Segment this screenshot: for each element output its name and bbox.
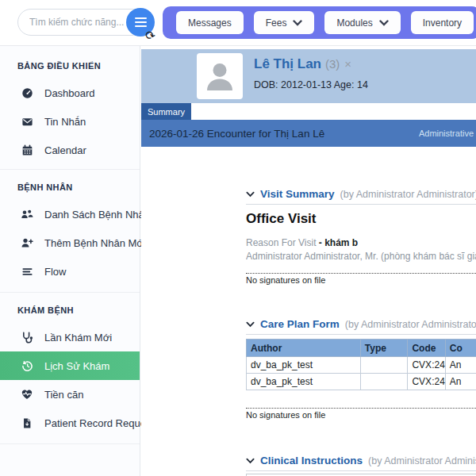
clinical-instructions-byline: (by Administrator Administrator) — [368, 455, 476, 466]
nav-messages-button[interactable]: Messages — [176, 11, 244, 34]
patient-count: (3) — [325, 57, 340, 71]
tab-summary[interactable]: Summary — [141, 103, 191, 120]
encounter-report: Visit Summary (by Administrator Administ… — [141, 147, 476, 476]
table-row: dv_ba_pk_test CVX:24 An — [247, 357, 476, 374]
sidebar-item-label: Thêm Bệnh Nhân Mới — [44, 237, 146, 249]
tab-bar: Summary — [141, 103, 476, 120]
sidebar-item-add-patient[interactable]: Thêm Bệnh Nhân Mới — [0, 228, 140, 257]
sidebar-item-label: Lần Khám Mới — [44, 332, 112, 344]
sidebar-item-label: Danh Sách Bệnh Nhân — [44, 209, 150, 221]
cell-code: CVX:24 — [408, 357, 445, 374]
users-icon — [21, 208, 33, 221]
encounter-category-label: Administrative — [419, 129, 474, 138]
nav-modules-button[interactable]: Modules — [324, 11, 400, 34]
nav-messages-label: Messages — [188, 17, 232, 29]
signature-note: No signatures on file — [246, 275, 476, 285]
chevron-down-icon[interactable] — [246, 191, 255, 198]
patient-name[interactable]: Lê Thị Lan — [254, 56, 321, 71]
cell-co: An — [445, 357, 476, 374]
envelope-icon — [21, 115, 33, 128]
top-bar: ⟳ Messages Fees Modules Inventory Proced… — [0, 0, 476, 46]
sidebar-divider — [0, 443, 140, 444]
col-type-header: Type — [360, 340, 408, 357]
sidebar-section-dashboard: BẢNG ĐIỀU KHIỂN Dashboard Tin Nhắn Calen… — [0, 45, 140, 170]
table-row: dv_ba_pk_test CVX:24 An — [247, 374, 476, 390]
main-nav-bar: Messages Fees Modules Inventory Procedur… — [163, 6, 476, 39]
caret-down-icon — [379, 20, 389, 26]
patient-avatar — [197, 53, 243, 99]
sidebar-item-visit-history[interactable]: Lịch Sử Khám — [0, 351, 140, 380]
sidebar-item-history-medical[interactable]: Tiền căn — [0, 380, 140, 409]
sidebar-section-header: BỆNH NHÂN — [0, 182, 140, 193]
hamburger-icon — [135, 17, 147, 19]
reason-label: Reason For Visit — [246, 237, 316, 248]
sidebar-item-label: Calendar — [44, 144, 86, 156]
nav-inventory-label: Inventory — [423, 17, 462, 29]
sidebar: BẢNG ĐIỀU KHIỂN Dashboard Tin Nhắn Calen… — [0, 45, 140, 476]
clinical-instructions-header: Clinical Instructions (by Administrator … — [246, 455, 476, 471]
sidebar-item-patient-list[interactable]: Danh Sách Bệnh Nhân — [0, 200, 140, 228]
care-plan-title[interactable]: Care Plan Form — [260, 318, 340, 330]
cell-author: dv_ba_pk_test — [247, 374, 361, 390]
cell-type — [360, 374, 408, 390]
encounter-bar: 2026-01-26 Encounter for Thị Lan Lê Admi… — [141, 120, 476, 147]
patient-header: Lê Thị Lan(3)× DOB: 2012-01-13 Age: 14 — [141, 49, 476, 103]
sidebar-item-flow[interactable]: Flow — [0, 257, 140, 286]
provider-line: Administrator Administrator, Mr. (phòng … — [246, 251, 476, 262]
main-content: Lê Thị Lan(3)× DOB: 2012-01-13 Age: 14 S… — [141, 45, 476, 476]
sidebar-item-label: Tin Nhắn — [44, 116, 86, 128]
nav-modules-label: Modules — [336, 17, 372, 29]
col-author-header: Author — [247, 340, 361, 357]
sidebar-item-record-request[interactable]: Patient Record Request — [0, 409, 140, 437]
sidebar-item-label: Flow — [44, 266, 66, 278]
heart-pulse-icon — [21, 388, 33, 401]
nav-inventory-button[interactable]: Inventory — [411, 11, 474, 34]
visit-summary-title[interactable]: Visit Summary — [260, 188, 335, 200]
dotted-separator — [246, 408, 476, 409]
table-header-row: Author Type Code Co — [247, 340, 476, 357]
stethoscope-icon — [21, 331, 33, 344]
reason-for-visit: Reason For Visit - khám b — [246, 237, 476, 248]
calendar-icon — [21, 144, 33, 156]
sidebar-item-dashboard[interactable]: Dashboard — [0, 79, 140, 107]
history-icon — [21, 359, 33, 372]
care-plan-table: Author Type Code Co dv_ba_pk_test CVX:24… — [246, 339, 476, 390]
sidebar-item-label: Tiền căn — [44, 389, 83, 401]
encounter-title: 2026-01-26 Encounter for Thị Lan Lê — [149, 128, 324, 140]
user-plus-icon — [21, 236, 33, 249]
nav-fees-button[interactable]: Fees — [254, 11, 315, 34]
bars-icon — [21, 265, 33, 278]
person-icon — [201, 57, 239, 95]
col-co-header: Co — [445, 340, 476, 357]
chevron-down-icon[interactable] — [246, 321, 255, 328]
patient-dob: DOB: 2012-01-13 Age: 14 — [254, 79, 368, 90]
signature-note: No signatures on file — [246, 410, 476, 420]
sidebar-section-exam: KHÁM BỆNH Lần Khám Mới Lịch Sử Khám Tiền… — [0, 293, 140, 444]
sidebar-item-messages[interactable]: Tin Nhắn — [0, 107, 140, 136]
care-plan-header: Care Plan Form (by Administrator Adminis… — [246, 318, 476, 335]
sidebar-section-header: BẢNG ĐIỀU KHIỂN — [0, 61, 140, 71]
col-code-header: Code — [408, 340, 445, 357]
visit-summary-byline: (by Administrator Administrator) — [340, 189, 476, 200]
visit-summary-header: Visit Summary (by Administrator Administ… — [246, 188, 476, 205]
care-plan-byline: (by Administrator Administrator) — [345, 319, 476, 330]
sidebar-item-label: Dashboard — [44, 87, 95, 99]
reason-value: - khám b — [319, 237, 358, 248]
cell-co: An — [445, 374, 476, 390]
sidebar-section-patient: BỆNH NHÂN Danh Sách Bệnh Nhân Thêm Bệnh … — [0, 170, 140, 293]
dotted-separator — [246, 273, 476, 274]
cell-type — [360, 357, 408, 374]
clinical-instructions-title[interactable]: Clinical Instructions — [260, 455, 363, 466]
sidebar-item-label: Patient Record Request — [44, 417, 154, 429]
office-visit-heading: Office Visit — [246, 211, 476, 227]
cell-code: CVX:24 — [408, 374, 445, 390]
caret-down-icon — [293, 20, 302, 26]
file-icon — [21, 416, 33, 429]
sidebar-item-new-encounter[interactable]: Lần Khám Mới — [0, 323, 140, 351]
chevron-down-icon[interactable] — [246, 458, 255, 464]
sidebar-item-label: Lịch Sử Khám — [44, 360, 109, 372]
gauge-icon — [21, 86, 33, 99]
sidebar-item-calendar[interactable]: Calendar — [0, 136, 140, 164]
nav-fees-label: Fees — [266, 17, 287, 29]
close-icon[interactable]: × — [344, 57, 351, 71]
